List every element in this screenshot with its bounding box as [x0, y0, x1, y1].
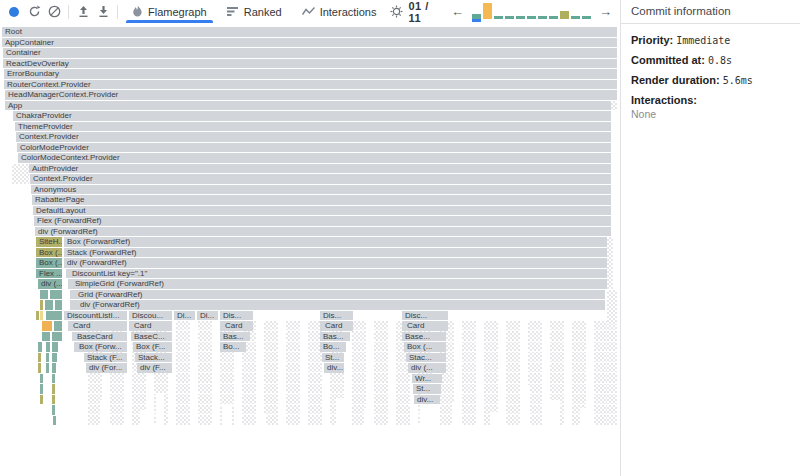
- flame-bar-app[interactable]: App: [5, 101, 611, 111]
- flame-bar-div-forwardref[interactable]: div (ForwardRef): [70, 300, 605, 310]
- flame-bar-st[interactable]: St...: [322, 353, 344, 363]
- tab-interactions[interactable]: Interactions: [292, 0, 387, 23]
- commit-selector[interactable]: [472, 2, 591, 22]
- record-button[interactable]: [4, 2, 24, 22]
- flame-bar-div[interactable]: div (...: [38, 279, 62, 289]
- flame-bar-colormodecontext-provider[interactable]: ColorModeContext.Provider: [18, 153, 611, 163]
- flame-bar-dis[interactable]: Dis...: [220, 311, 253, 321]
- flame-bar[interactable]: [50, 290, 62, 300]
- flame-bar-card[interactable]: Card: [320, 321, 353, 331]
- flame-bar[interactable]: [54, 321, 62, 331]
- flame-bar-headmanagercontext-provider[interactable]: HeadManagerContext.Provider: [5, 90, 617, 100]
- commit-bar-8[interactable]: [549, 16, 558, 19]
- previous-commit-button[interactable]: ←: [447, 2, 468, 22]
- flame-bar-card[interactable]: Card: [68, 321, 127, 331]
- flame-bar-box[interactable]: Box (...: [404, 342, 446, 352]
- flame-bar-context-provider[interactable]: Context.Provider: [16, 132, 611, 142]
- flame-bar-stack-forwardref[interactable]: Stack (ForwardRef): [64, 248, 607, 258]
- flame-bar-errorboundary[interactable]: ErrorBoundary: [4, 69, 617, 79]
- flame-bar[interactable]: [52, 363, 56, 373]
- flame-bar-box-forwardref[interactable]: Box (ForwardRef): [64, 237, 607, 247]
- flame-bar[interactable]: [36, 311, 39, 321]
- flame-bar-colormodeprovider[interactable]: ColorModeProvider: [17, 143, 611, 153]
- flame-bar[interactable]: [52, 342, 58, 352]
- flame-bar-box-f[interactable]: Box (F...: [133, 342, 172, 352]
- flame-bar[interactable]: [55, 300, 62, 310]
- flame-bar-appcontainer[interactable]: AppContainer: [2, 38, 617, 48]
- export-profile-button[interactable]: [93, 2, 113, 22]
- flame-bar-dis[interactable]: Dis...: [320, 311, 353, 321]
- flame-bar-div[interactable]: div...: [414, 395, 440, 405]
- flame-bar[interactable]: [38, 342, 42, 352]
- flame-bar[interactable]: [46, 353, 49, 363]
- flame-bar-box-forw[interactable]: Box (Forw...: [74, 342, 127, 352]
- flame-bar[interactable]: [46, 311, 62, 321]
- flame-bar-container[interactable]: Container: [3, 48, 617, 58]
- commit-bar-10[interactable]: [571, 16, 580, 19]
- tab-flamegraph[interactable]: Flamegraph: [122, 0, 217, 23]
- commit-bar-9[interactable]: [560, 11, 569, 19]
- flame-bar-root[interactable]: Root: [2, 27, 617, 37]
- reload-and-profile-button[interactable]: [24, 2, 44, 22]
- flame-bar-stac[interactable]: Stac...: [406, 353, 446, 363]
- flame-bar[interactable]: [46, 363, 49, 373]
- flame-bar-div-f[interactable]: div (F...: [137, 363, 172, 373]
- flame-bar[interactable]: [53, 416, 56, 426]
- flame-bar-div-forwardref[interactable]: div (ForwardRef): [64, 258, 607, 268]
- flame-bar-basecard[interactable]: BaseCard: [72, 332, 127, 342]
- flame-bar-bo[interactable]: Bo...: [320, 342, 346, 352]
- flame-bar[interactable]: [40, 290, 48, 300]
- flame-bar[interactable]: [38, 363, 41, 373]
- flame-bar-themeprovider[interactable]: ThemeProvider: [15, 122, 611, 132]
- flame-bar[interactable]: [40, 300, 43, 310]
- flame-bar-rabatterpage[interactable]: RabatterPage: [32, 195, 611, 205]
- flame-bar-di[interactable]: Di...: [197, 311, 218, 321]
- flame-bar-chakraprovider[interactable]: ChakraProvider: [13, 111, 611, 121]
- flame-bar-div-forwardref[interactable]: div (ForwardRef): [35, 227, 611, 237]
- flame-bar-flex-forwardref[interactable]: Flex (ForwardRef): [34, 216, 611, 226]
- commit-bar-5[interactable]: [516, 16, 525, 19]
- profiler-settings-button[interactable]: [387, 2, 407, 22]
- flame-bar-authprovider[interactable]: AuthProvider: [29, 164, 611, 174]
- flame-bar-card[interactable]: Card: [129, 321, 172, 331]
- import-profile-button[interactable]: [73, 2, 93, 22]
- flame-bar-di[interactable]: Di...: [174, 311, 195, 321]
- flame-bar-wr[interactable]: Wr...: [412, 374, 442, 384]
- flame-bar-box[interactable]: Box (...: [36, 248, 62, 258]
- flame-bar-st[interactable]: St...: [413, 384, 441, 394]
- commit-bar-4[interactable]: [505, 16, 514, 19]
- commit-bar-2[interactable]: [483, 3, 492, 19]
- flame-bar[interactable]: [52, 374, 55, 384]
- flame-bar-disc[interactable]: Disc...: [402, 311, 448, 321]
- flame-bar-div-for[interactable]: div (For...: [86, 363, 127, 373]
- flame-bar[interactable]: [42, 321, 52, 331]
- flame-bar[interactable]: [40, 374, 43, 384]
- commit-bar-7[interactable]: [538, 16, 547, 19]
- flame-bar[interactable]: [46, 342, 50, 352]
- flame-bar[interactable]: [40, 384, 43, 394]
- flame-bar[interactable]: [40, 395, 43, 405]
- flame-bar[interactable]: [52, 395, 55, 405]
- flame-bar-div[interactable]: div...: [324, 363, 344, 373]
- next-commit-button[interactable]: →: [595, 2, 616, 22]
- flame-bar[interactable]: [40, 311, 43, 321]
- flame-bar[interactable]: [45, 300, 53, 310]
- flame-bar-anonymous[interactable]: Anonymous: [31, 185, 611, 195]
- flame-bar-card[interactable]: Card: [220, 321, 253, 331]
- flame-bar[interactable]: [52, 353, 57, 363]
- flame-bar[interactable]: [42, 332, 50, 342]
- flame-bar-context-provider[interactable]: Context.Provider: [30, 174, 611, 184]
- flame-bar-reactdevoverlay[interactable]: ReactDevOverlay: [3, 59, 617, 69]
- flame-bar-bas[interactable]: Bas...: [320, 332, 350, 342]
- flame-bar-defaultlayout[interactable]: DefaultLayout: [33, 206, 611, 216]
- flame-bar[interactable]: [38, 353, 41, 363]
- flame-bar-stack[interactable]: Stack...: [135, 353, 172, 363]
- flame-bar-bas[interactable]: Bas...: [220, 332, 250, 342]
- flame-bar-box[interactable]: Box (...: [36, 258, 62, 268]
- commit-bar-11[interactable]: [582, 16, 591, 19]
- commit-bar-3[interactable]: [494, 16, 503, 19]
- flame-bar-discou[interactable]: Discou...: [129, 311, 172, 321]
- flame-bar[interactable]: [52, 384, 55, 394]
- flame-bar-simplegrid-forwardref[interactable]: SimpleGrid (ForwardRef): [68, 279, 607, 289]
- flame-bar-discountlist-key-1[interactable]: DiscountList key=".1": [66, 269, 607, 279]
